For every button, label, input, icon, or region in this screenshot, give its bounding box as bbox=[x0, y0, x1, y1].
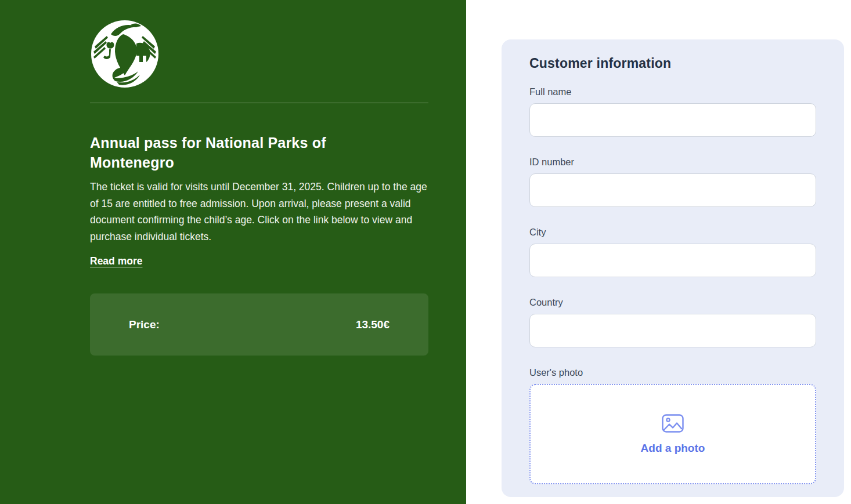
product-title: Annual pass for National Parks of Monten… bbox=[90, 133, 363, 172]
product-content: Annual pass for National Parks of Monten… bbox=[90, 19, 428, 356]
add-photo-button[interactable]: Add a photo bbox=[641, 442, 705, 455]
image-icon bbox=[662, 414, 684, 435]
full-name-input[interactable] bbox=[529, 103, 816, 137]
price-label: Price: bbox=[129, 318, 160, 331]
national-parks-logo bbox=[90, 19, 160, 89]
city-input[interactable] bbox=[529, 244, 816, 277]
id-number-label: ID number bbox=[529, 157, 816, 168]
users-photo-label: User's photo bbox=[529, 367, 816, 378]
product-description: The ticket is valid for visits until Dec… bbox=[90, 179, 428, 245]
country-label: Country bbox=[529, 297, 816, 308]
city-field: City bbox=[529, 227, 816, 277]
users-photo-field: User's photo Add a photo bbox=[529, 367, 816, 484]
country-field: Country bbox=[529, 297, 816, 347]
price-value: 13.50€ bbox=[356, 318, 390, 331]
customer-information-card: Customer information Full name ID number… bbox=[502, 39, 844, 497]
product-panel: Annual pass for National Parks of Monten… bbox=[0, 0, 466, 504]
card-title: Customer information bbox=[529, 56, 816, 71]
form-panel: Customer information Full name ID number… bbox=[466, 0, 851, 504]
country-input[interactable] bbox=[529, 314, 816, 347]
full-name-field: Full name bbox=[529, 86, 816, 137]
price-box: Price: 13.50€ bbox=[90, 293, 428, 356]
id-number-field: ID number bbox=[529, 157, 816, 207]
city-label: City bbox=[529, 227, 816, 238]
divider bbox=[90, 103, 428, 103]
read-more-link[interactable]: Read more bbox=[90, 255, 142, 267]
photo-upload-dropzone[interactable]: Add a photo bbox=[529, 384, 816, 484]
page: Annual pass for National Parks of Monten… bbox=[0, 0, 851, 504]
full-name-label: Full name bbox=[529, 86, 816, 97]
id-number-input[interactable] bbox=[529, 173, 816, 207]
